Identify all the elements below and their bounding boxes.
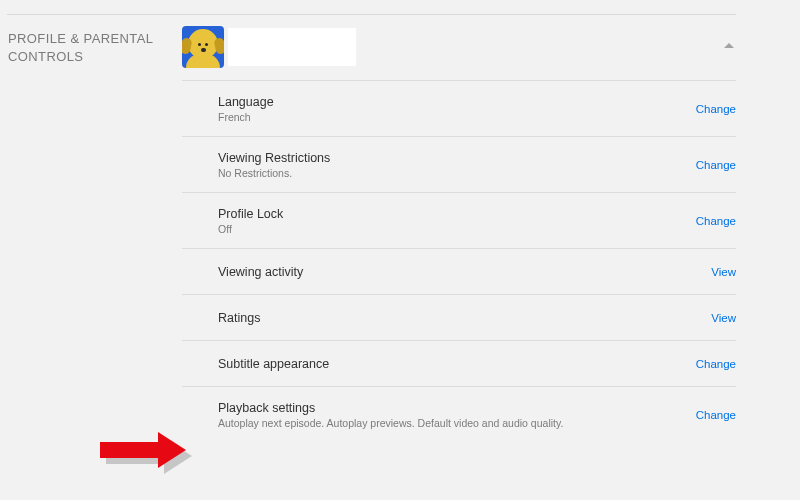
row-ratings: Ratings View bbox=[182, 294, 736, 340]
row-title: Subtitle appearance bbox=[218, 357, 329, 371]
row-viewing-activity: Viewing activity View bbox=[182, 248, 736, 294]
profile-avatar bbox=[182, 26, 224, 68]
view-link-viewing-activity[interactable]: View bbox=[711, 266, 736, 278]
annotation-arrow-icon bbox=[100, 442, 158, 458]
profile-name-wrap bbox=[228, 28, 356, 66]
row-sub: No Restrictions. bbox=[218, 167, 330, 179]
section-title: PROFILE & PARENTAL CONTROLS bbox=[8, 30, 182, 65]
row-title: Viewing Restrictions bbox=[218, 151, 330, 165]
row-title: Language bbox=[218, 95, 274, 109]
collapse-button[interactable] bbox=[722, 40, 736, 54]
change-link-playback-settings[interactable]: Change bbox=[696, 409, 736, 421]
change-link-viewing-restrictions[interactable]: Change bbox=[696, 159, 736, 171]
row-title: Ratings bbox=[218, 311, 260, 325]
row-sub: Off bbox=[218, 223, 283, 235]
chevron-up-icon bbox=[724, 43, 734, 48]
change-link-subtitle-appearance[interactable]: Change bbox=[696, 358, 736, 370]
profile-header[interactable] bbox=[182, 14, 736, 80]
row-title: Viewing activity bbox=[218, 265, 303, 279]
change-link-language[interactable]: Change bbox=[696, 103, 736, 115]
row-title: Profile Lock bbox=[218, 207, 283, 221]
row-language: Language French Change bbox=[182, 80, 736, 136]
view-link-ratings[interactable]: View bbox=[711, 312, 736, 324]
change-link-profile-lock[interactable]: Change bbox=[696, 215, 736, 227]
row-sub: Autoplay next episode. Autoplay previews… bbox=[218, 417, 563, 429]
row-title: Playback settings bbox=[218, 401, 563, 415]
row-subtitle-appearance: Subtitle appearance Change bbox=[182, 340, 736, 386]
row-viewing-restrictions: Viewing Restrictions No Restrictions. Ch… bbox=[182, 136, 736, 192]
row-sub: French bbox=[218, 111, 274, 123]
row-playback-settings: Playback settings Autoplay next episode.… bbox=[182, 386, 736, 442]
row-profile-lock: Profile Lock Off Change bbox=[182, 192, 736, 248]
